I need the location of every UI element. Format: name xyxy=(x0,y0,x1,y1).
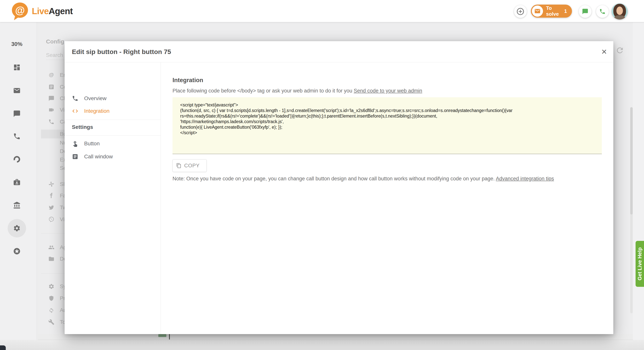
modal-nav-section-settings: Settings xyxy=(72,124,93,130)
phone-icon xyxy=(48,119,54,125)
app-root: @ LiveAgent To solve 1 30% xyxy=(0,0,644,350)
bottom-left-corner-artifact xyxy=(0,346,6,350)
sidebar-item-gear-icon[interactable] xyxy=(8,219,26,237)
integration-code-box[interactable]: <script type="text/javascript"> (functio… xyxy=(172,97,602,154)
slack-icon xyxy=(48,181,54,187)
sidebar-item-mail-icon[interactable] xyxy=(13,87,21,94)
avatar-face xyxy=(616,6,623,15)
modal-nav-label: Overview xyxy=(84,95,106,101)
shield-icon xyxy=(48,295,54,301)
copy-label: COPY xyxy=(184,163,200,169)
integration-code: <script type="text/javascript"> (functio… xyxy=(180,102,594,136)
modal-header: Edit sip button - Right button 75 × xyxy=(64,41,613,62)
at-icon: @ xyxy=(48,72,54,78)
modal-nav-overview[interactable]: Overview xyxy=(64,92,160,104)
svg-text:@: @ xyxy=(49,72,54,77)
get-live-help-label: Get Live Help xyxy=(637,247,643,281)
phone-icon xyxy=(599,8,606,15)
configuration-panel-title: Configur xyxy=(46,38,64,45)
sidebar-divider-2 xyxy=(38,22,38,350)
article-icon xyxy=(48,84,54,90)
usage-percent: 30% xyxy=(0,41,34,47)
sidebar-item-dashboard-icon[interactable] xyxy=(13,63,21,71)
folder-icon xyxy=(48,256,54,262)
edit-sip-button-modal: Edit sip button - Right button 75 × Over… xyxy=(64,41,613,334)
modal-nav-divider xyxy=(64,135,160,136)
logo-live: Live xyxy=(32,6,49,16)
instruction-text: Place following code before </body> tag … xyxy=(172,88,352,94)
sidebar-item-donut-icon[interactable] xyxy=(13,155,21,163)
viber-icon xyxy=(48,216,54,223)
scrollbar-thumb[interactable] xyxy=(630,107,633,214)
modal-nav-integration[interactable]: Integration xyxy=(64,105,160,117)
to-solve-envelope-circle xyxy=(532,5,543,17)
phone-icon xyxy=(72,95,78,102)
sidebar-item-bank-icon[interactable] xyxy=(13,201,21,209)
page-bottom-fade xyxy=(0,340,644,350)
logo-agent: Agent xyxy=(49,6,73,16)
background-bottom-row xyxy=(38,334,633,340)
modal-nav-divider xyxy=(64,120,160,120)
add-new-button[interactable] xyxy=(514,5,527,18)
chat-icon xyxy=(48,95,54,101)
liveagent-logo-text: LiveAgent xyxy=(32,0,73,22)
modal-nav-label: Call window xyxy=(84,154,113,160)
right-margin xyxy=(633,22,644,350)
facebook-icon xyxy=(48,193,54,199)
modal-nav-button[interactable]: Button xyxy=(64,137,160,150)
autorenew-icon xyxy=(48,307,54,313)
copy-icon xyxy=(176,163,182,168)
integration-instruction: Place following code before </body> tag … xyxy=(172,88,422,94)
modal-title: Edit sip button - Right button 75 xyxy=(72,48,171,55)
to-solve-button[interactable]: To solve 1 xyxy=(531,4,572,18)
calls-button[interactable] xyxy=(596,5,609,18)
modal-nav: OverviewIntegrationSettingsButtonCall wi… xyxy=(64,62,161,334)
config-item-label: Pr xyxy=(60,295,65,301)
sidebar-item-chat-icon[interactable] xyxy=(13,110,21,118)
plus-circle-icon xyxy=(516,7,524,15)
background-divider-fragment xyxy=(169,334,170,340)
background-green-button-fragment xyxy=(158,334,166,337)
sidebar-item-phone-icon[interactable] xyxy=(13,132,21,140)
user-avatar[interactable] xyxy=(612,3,628,19)
touch-icon xyxy=(72,140,78,147)
people-icon xyxy=(48,244,54,250)
sidebar-item-star-icon[interactable] xyxy=(13,247,21,255)
envelope-icon xyxy=(534,8,541,14)
avatar-body xyxy=(614,15,625,19)
integration-note: Note: Once you have code on your page, y… xyxy=(172,176,554,182)
copy-button[interactable]: COPY xyxy=(172,159,206,172)
twitter-icon xyxy=(48,205,54,211)
to-solve-count: 1 xyxy=(564,8,567,14)
modal-nav-label: Button xyxy=(84,141,100,147)
close-icon[interactable]: × xyxy=(602,47,607,56)
code-icon xyxy=(72,108,78,114)
article-icon xyxy=(72,153,78,160)
wrench-icon xyxy=(48,319,54,325)
liveagent-logo-icon: @ xyxy=(12,2,28,18)
top-header: @ LiveAgent To solve 1 xyxy=(0,0,644,22)
videocam-icon xyxy=(48,107,54,113)
note-text: Note: Once you have code on your page, y… xyxy=(172,176,495,182)
refresh-icon[interactable] xyxy=(616,46,624,55)
sidebar-item-contact-card-icon[interactable] xyxy=(13,178,21,186)
integration-heading: Integration xyxy=(172,77,203,84)
advanced-tips-link[interactable]: Advanced integration tips xyxy=(496,176,554,182)
send-code-link[interactable]: Send code to your web admin xyxy=(354,88,422,94)
modal-nav-label: Integration xyxy=(84,108,110,114)
config-item-label: Vi xyxy=(60,107,64,113)
get-live-help-tab[interactable]: Get Live Help xyxy=(636,241,644,287)
modal-nav-call-window[interactable]: Call window xyxy=(64,150,160,163)
chat-bubble-icon xyxy=(582,8,588,15)
background-scrollbar[interactable] xyxy=(630,107,633,313)
to-solve-label: To solve xyxy=(546,5,564,17)
gear-icon xyxy=(48,283,54,290)
chats-button[interactable] xyxy=(579,5,592,18)
logo-at-glyph: @ xyxy=(15,5,25,15)
